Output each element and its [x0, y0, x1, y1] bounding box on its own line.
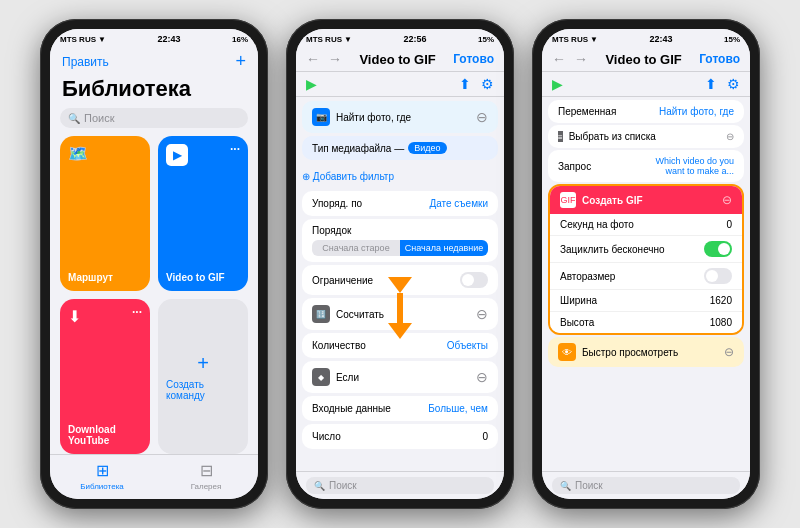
filter-type-item[interactable]: Тип медиафайла — Видео: [302, 136, 498, 160]
action-list-2: 📷 Найти фото, где ⊖ Тип медиафайла — Вид…: [296, 97, 504, 471]
tab-gallery[interactable]: ⊟ Галерея: [154, 461, 258, 491]
settings-button[interactable]: ⚙: [481, 76, 494, 92]
find-photos-item[interactable]: 📷 Найти фото, где ⊖: [302, 101, 498, 133]
phone2-search-inner[interactable]: 🔍 Поиск: [306, 477, 494, 494]
tab-library[interactable]: ⊞ Библиотека: [50, 461, 154, 491]
add-button[interactable]: +: [235, 51, 246, 72]
time-1: 22:43: [157, 34, 180, 44]
gallery-tab-icon: ⊟: [200, 461, 213, 480]
undo-icon[interactable]: ←: [306, 51, 320, 67]
select-label: Выбрать из списка: [569, 131, 656, 142]
select-list-item[interactable]: ≡ Выбрать из списка ⊖: [548, 125, 744, 148]
create-gif-section: GIF Создать GIF ⊖ Секунд на фото 0: [548, 184, 744, 335]
phone3-search-inner[interactable]: 🔍 Поиск: [552, 477, 740, 494]
count-label: Сосчитать: [336, 309, 384, 320]
height-row[interactable]: Высота 1080: [550, 312, 742, 333]
play-button[interactable]: ▶: [306, 76, 317, 92]
shortcut-header-2: ← → Video to GIF Готово: [296, 49, 504, 72]
shortcut-video-gif[interactable]: ▶ Video to GIF ···: [158, 136, 248, 291]
variable-value: Найти фото, где: [659, 106, 734, 117]
status-bar-1: MTS RUS ▼ 22:43 16%: [50, 29, 258, 49]
undo-icon-3[interactable]: ←: [552, 51, 566, 67]
seconds-row[interactable]: Секунд на фото 0: [550, 214, 742, 236]
input-value: Больше, чем: [428, 403, 488, 414]
seconds-label: Секунд на фото: [560, 219, 634, 230]
phone2-content: ← → Video to GIF Готово ▶ ⬆ ⚙ 📷: [296, 49, 504, 499]
quick-remove[interactable]: ⊖: [724, 345, 734, 359]
width-row[interactable]: Ширина 1620: [550, 290, 742, 312]
quick-icon: 👁: [558, 343, 576, 361]
if-item[interactable]: ◆ Если ⊖: [302, 361, 498, 393]
query-label: Запрос: [558, 161, 591, 172]
number-item[interactable]: Число 0: [302, 424, 498, 449]
autosize-toggle[interactable]: [704, 268, 732, 284]
carrier-2: MTS RUS ▼: [306, 35, 352, 44]
loop-row[interactable]: Зациклить бесконечно: [550, 236, 742, 263]
phone-3: MTS RUS ▼ 22:43 15% ← → Video to GIF Гот…: [532, 19, 760, 509]
count-remove[interactable]: ⊖: [476, 306, 488, 322]
play-button-3[interactable]: ▶: [552, 76, 563, 92]
input-item[interactable]: Входные данные Больше, чем: [302, 396, 498, 421]
autosize-row[interactable]: Авторазмер: [550, 263, 742, 290]
select-icon: ≡: [558, 131, 563, 142]
video-gif-label: Video to GIF: [166, 272, 240, 283]
height-label: Высота: [560, 317, 594, 328]
search-text-2: Поиск: [329, 480, 357, 491]
quick-label: Быстро просмотреть: [582, 347, 678, 358]
search-bar-1[interactable]: 🔍 Поиск: [60, 108, 248, 128]
download-dots[interactable]: ···: [132, 305, 142, 319]
sort-by-value: Дате съемки: [429, 198, 488, 209]
limit-toggle[interactable]: [460, 272, 488, 288]
battery-2: 15%: [478, 35, 494, 44]
status-bar-3: MTS RUS ▼ 22:43 15%: [542, 29, 750, 49]
phone3-search-bar: 🔍 Поиск: [542, 471, 750, 499]
sort-new-first[interactable]: Сначала недавние: [400, 240, 488, 256]
toolbar-2: ▶ ⬆ ⚙: [296, 72, 504, 97]
shortcut-title-3: Video to GIF: [605, 52, 681, 67]
seconds-value: 0: [726, 219, 732, 230]
redo-icon-3[interactable]: →: [574, 51, 588, 67]
limit-item[interactable]: Ограничение: [302, 265, 498, 295]
library-tab-icon: ⊞: [96, 461, 109, 480]
redo-icon[interactable]: →: [328, 51, 342, 67]
phone-2-screen: MTS RUS ▼ 22:56 15% ← → Video to GIF Гот…: [296, 29, 504, 499]
search-placeholder-1: Поиск: [84, 112, 114, 124]
loop-toggle[interactable]: [704, 241, 732, 257]
sort-old-first[interactable]: Сначала старое: [312, 240, 400, 256]
variable-item[interactable]: Переменная Найти фото, где: [548, 100, 744, 123]
shortcut-marshut[interactable]: 🗺️ Маршрут: [60, 136, 150, 291]
find-photos-label: Найти фото, где: [336, 112, 411, 123]
count-value-label: Количество: [312, 340, 366, 351]
if-icon: ◆: [312, 368, 330, 386]
phone-1: MTS RUS ▼ 22:43 16% Править + Библиотека…: [40, 19, 268, 509]
settings-button-3[interactable]: ⚙: [727, 76, 740, 92]
p3-action-list: Переменная Найти фото, где ≡ Выбрать из …: [542, 97, 750, 471]
sort-by-item[interactable]: Упоряд. по Дате съемки: [302, 191, 498, 216]
share-button[interactable]: ⬆: [459, 76, 471, 92]
library-tab-label: Библиотека: [80, 482, 124, 491]
shortcut-download-youtube[interactable]: ⬇ Download YouTube ···: [60, 299, 150, 454]
count-item[interactable]: 🔢 Сосчитать ⊖: [302, 298, 498, 330]
query-item[interactable]: Запрос Which video do you want to make a…: [548, 150, 744, 182]
find-photos-icon: 📷: [312, 108, 330, 126]
phone2-search-bar: 🔍 Поиск: [296, 471, 504, 499]
done-button-2[interactable]: Готово: [453, 52, 494, 66]
number-value: 0: [482, 431, 488, 442]
search-text-3: Поиск: [575, 480, 603, 491]
done-button-3[interactable]: Готово: [699, 52, 740, 66]
select-remove[interactable]: ⊖: [726, 131, 734, 142]
gif-remove[interactable]: ⊖: [722, 193, 732, 207]
create-shortcut[interactable]: + Создать команду: [158, 299, 248, 454]
add-filter-button[interactable]: ⊕ Добавить фильтр: [302, 171, 394, 182]
count-value-item[interactable]: Количество Объекты: [302, 333, 498, 358]
video-gif-dots[interactable]: ···: [230, 142, 240, 156]
phone3-content: ← → Video to GIF Готово ▶ ⬆ ⚙ Переменная…: [542, 49, 750, 499]
create-label: Создать команду: [166, 379, 240, 401]
shortcuts-grid: 🗺️ Маршрут ▶ Video to GIF ··· ⬇ Download…: [50, 136, 258, 454]
toolbar-3: ▶ ⬆ ⚙: [542, 72, 750, 97]
quick-preview-item[interactable]: 👁 Быстро просмотреть ⊖: [548, 337, 744, 367]
share-button-3[interactable]: ⬆: [705, 76, 717, 92]
if-remove[interactable]: ⊖: [476, 369, 488, 385]
back-link[interactable]: Править: [62, 55, 109, 69]
find-photos-remove[interactable]: ⊖: [476, 109, 488, 125]
